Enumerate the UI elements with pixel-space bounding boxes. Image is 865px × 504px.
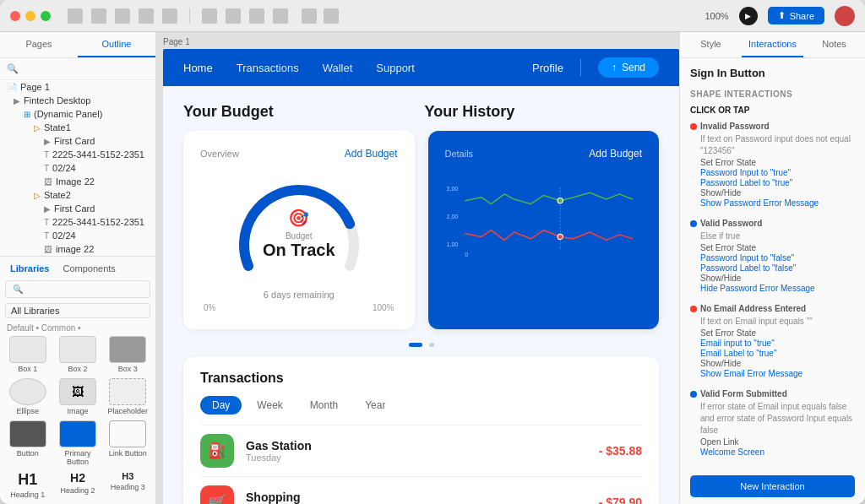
new-interaction-button[interactable]: New Interaction	[690, 475, 855, 497]
tree-state1[interactable]: ▷ State1	[0, 121, 155, 134]
filter-day[interactable]: Day	[200, 396, 242, 415]
no-email-condition: If text on Email input equals ""	[690, 316, 855, 328]
minimize-button[interactable]	[25, 11, 35, 21]
nav-home[interactable]: Home	[183, 62, 213, 74]
tree-date-1[interactable]: T 02/24	[0, 161, 155, 175]
heading-2-item[interactable]: H2 Heading 2	[55, 471, 100, 499]
frame-tool[interactable]	[91, 8, 106, 24]
text-icon: T	[44, 164, 49, 173]
add-budget-button[interactable]: Add Budget	[345, 148, 398, 160]
cursor-tool[interactable]	[68, 8, 83, 24]
history-section-header: Your History	[425, 103, 660, 127]
tab-notes[interactable]: Notes	[803, 32, 865, 57]
show-hide-label: Show/Hide	[690, 188, 855, 198]
heading-3-item[interactable]: H3 Heading 3	[106, 471, 150, 499]
tab-pages[interactable]: Pages	[0, 32, 78, 57]
component-box2[interactable]: Box 2	[55, 336, 100, 373]
tab-outline[interactable]: Outline	[78, 32, 155, 57]
nav-transactions[interactable]: Transactions	[237, 62, 299, 74]
box1-label: Box 1	[18, 365, 37, 373]
component-box1[interactable]: Box 1	[5, 336, 50, 373]
canvas-page-label: Page 1	[163, 37, 190, 46]
dot-inactive[interactable]	[429, 343, 434, 347]
share-button[interactable]: ⬆ Share	[768, 7, 824, 24]
tab-interactions[interactable]: Interactions	[742, 32, 803, 57]
tree-fintech-desktop[interactable]: ▶ Fintech Desktop	[0, 94, 155, 107]
pen-tool[interactable]	[162, 8, 177, 24]
filter-week[interactable]: Week	[245, 396, 294, 415]
placeholder-preview	[109, 378, 146, 405]
tab-components[interactable]: Components	[59, 262, 118, 275]
ellipse-preview	[9, 378, 46, 405]
tree-state2[interactable]: ▷ State2	[0, 188, 155, 202]
image-preview: 🖼	[59, 378, 96, 405]
send-button[interactable]: ↑ Send	[598, 57, 659, 78]
main-area: Pages Outline 🔍 📄 Page 1 ▶ Fintech Deskt…	[0, 32, 865, 504]
budget-label: Budget	[263, 231, 335, 241]
tree-date-2[interactable]: T 02/24	[0, 229, 155, 242]
tree-item-label: (Dynamic Panel)	[34, 109, 102, 119]
box3-preview	[109, 336, 146, 363]
valid-password-label: Valid Password	[690, 219, 855, 228]
filter-month[interactable]: Month	[298, 396, 350, 415]
component-box3[interactable]: Box 3	[106, 336, 150, 373]
component-primary-button[interactable]: Primary Button	[55, 420, 100, 466]
dot-active[interactable]	[409, 343, 422, 347]
transaction-shopping: 🛒 Shopping Monday - $79.90	[200, 476, 642, 504]
library-dropdown[interactable]: All Libraries	[5, 303, 150, 318]
transactions-section: Transactions Day Week Month Year ⛽	[183, 357, 659, 504]
align-tool[interactable]	[226, 8, 241, 24]
heading-1-item[interactable]: H1 Heading 1	[5, 471, 50, 499]
grid-tool[interactable]	[202, 8, 217, 24]
send-icon: ↑	[612, 62, 617, 73]
zoom-level[interactable]: 100%	[705, 11, 729, 21]
share-label: Share	[790, 11, 814, 21]
h3-preview: H3	[122, 471, 133, 481]
password-label-false: Password Label to "false"	[690, 263, 855, 273]
titlebar: 100% ▶ ⬆ Share	[0, 0, 865, 32]
library-search[interactable]: 🔍	[5, 280, 150, 298]
success-dot-2	[690, 391, 697, 398]
component-link-button[interactable]: Link Button	[106, 420, 150, 466]
filter-year[interactable]: Year	[353, 396, 397, 415]
nav-wallet[interactable]: Wallet	[323, 62, 353, 74]
component-image[interactable]: 🖼 Image	[55, 378, 100, 415]
filter-tool[interactable]	[249, 8, 264, 24]
tree-dynamic-panel[interactable]: ⊞ (Dynamic Panel)	[0, 107, 155, 121]
h1-label: Heading 1	[10, 490, 45, 499]
tree-item-label: First Card	[54, 203, 95, 214]
invalid-password-text: Invalid Password	[700, 122, 770, 131]
nav-support[interactable]: Support	[376, 62, 415, 74]
search-icon: 🔍	[13, 285, 23, 294]
component-placeholder[interactable]: Placeholder	[106, 378, 150, 415]
maximize-button[interactable]	[41, 11, 51, 21]
component-ellipse[interactable]: Ellipse	[5, 378, 50, 415]
nav-profile[interactable]: Profile	[532, 62, 563, 74]
transaction-shopping-icon: 🛒	[200, 485, 234, 504]
user-avatar[interactable]	[835, 6, 855, 26]
spacing-tool[interactable]	[324, 8, 339, 24]
shape-tool[interactable]	[139, 8, 154, 24]
add-budget-history-button[interactable]: Add Budget	[589, 148, 642, 160]
text-tool[interactable]	[115, 8, 130, 24]
tree-image-2[interactable]: 🖼 image 22	[0, 242, 155, 256]
component-button[interactable]: Button	[5, 420, 50, 466]
transaction-filter-tabs: Day Week Month Year	[200, 396, 642, 415]
outline-tree: 📄 Page 1 ▶ Fintech Desktop ⊞ (Dynamic Pa…	[0, 80, 155, 256]
tree-first-card-2[interactable]: ▶ First Card	[0, 202, 155, 215]
tab-libraries[interactable]: Libraries	[7, 262, 52, 275]
tree-card-number-2[interactable]: T 2225-3441-5152-2351	[0, 215, 155, 229]
image-icon: 🖼	[44, 177, 52, 187]
resize-tool[interactable]	[273, 8, 288, 24]
play-button[interactable]: ▶	[739, 7, 758, 25]
tree-card-number-1[interactable]: T 2225-3441-5152-2351	[0, 148, 155, 161]
tree-page-1[interactable]: 📄 Page 1	[0, 80, 155, 94]
invalid-password-condition: If text on Password input does not equal…	[690, 133, 855, 157]
tree-first-card-1[interactable]: ▶ First Card	[0, 134, 155, 148]
tree-image-1[interactable]: 🖼 Image 22	[0, 175, 155, 188]
distribute-tool[interactable]	[302, 8, 317, 24]
close-button[interactable]	[10, 11, 20, 21]
box2-label: Box 2	[68, 365, 87, 373]
tab-style[interactable]: Style	[680, 32, 742, 57]
set-error-state-label2: Set Error State	[690, 243, 855, 252]
